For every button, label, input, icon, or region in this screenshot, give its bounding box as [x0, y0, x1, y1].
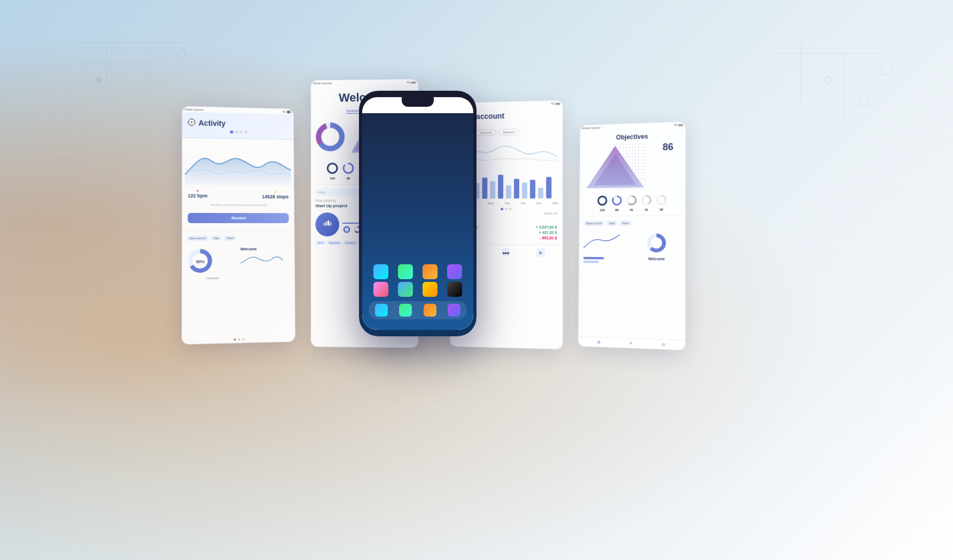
stats-row: ♥ 122 bpm ⚡ 14528 steps	[182, 189, 294, 199]
dock-icon[interactable]	[375, 304, 388, 317]
bottom-icon[interactable]: ≡	[536, 248, 545, 257]
obj-divider	[580, 215, 685, 216]
wave-chart	[182, 142, 294, 186]
obj-bottom-charts: Welcome	[579, 230, 685, 267]
circle-86: 86	[342, 162, 355, 180]
dock-icon[interactable]	[424, 304, 436, 317]
obj-number: 86	[662, 141, 681, 153]
nav-dot	[505, 208, 507, 210]
carrier-text: Mobile Operator	[185, 107, 204, 111]
circle-100: 100	[326, 162, 339, 180]
svg-rect-55	[538, 187, 543, 198]
bottom-icon[interactable]: ●●●	[502, 248, 510, 256]
credit-val: - 651,91 $	[540, 236, 557, 240]
scene: Mobile Operator 4G Activity	[0, 0, 953, 560]
sparklines-area	[583, 232, 630, 265]
search-placeholder: Artist	[318, 191, 324, 194]
app-icon[interactable]	[447, 282, 462, 297]
obj-triangle	[584, 141, 662, 193]
svg-rect-50	[498, 175, 503, 199]
restart-btn-wrapper[interactable]: Restart	[182, 207, 294, 228]
phone-notch	[402, 97, 434, 107]
phones-wrapper: Mobile Operator 4G Activity	[156, 69, 797, 523]
obj-tab-bank[interactable]: Bank account	[583, 220, 604, 226]
svg-rect-53	[522, 182, 527, 198]
obj-circle-61: 61	[626, 194, 637, 211]
phone-screen	[362, 97, 473, 330]
signal-text: 4G	[283, 110, 286, 113]
svg-rect-54	[530, 179, 535, 198]
svg-text:T: T	[346, 228, 348, 231]
app-icon[interactable]	[398, 264, 413, 279]
obj-circle-100: 100	[597, 194, 608, 211]
app-icon[interactable]	[447, 264, 462, 279]
tag-business[interactable]: Business	[327, 240, 342, 244]
app-icon[interactable]	[423, 282, 438, 297]
mini-charts-area: 30% Completed Welcome	[182, 244, 294, 282]
signal-objectives: 4G ▮▮▮	[674, 123, 683, 127]
app-icon[interactable]	[398, 282, 413, 297]
page-dot	[235, 130, 238, 133]
obj-circle-41: 41	[640, 194, 652, 211]
dock-icon[interactable]	[448, 304, 460, 317]
restart-button[interactable]: Restart	[188, 212, 288, 223]
nav-dot	[509, 207, 512, 210]
app-icons-grid	[362, 264, 473, 319]
tag-finance[interactable]: Finance	[343, 240, 357, 244]
page-dot-active	[230, 130, 233, 133]
svg-rect-35	[323, 222, 325, 225]
signal-bank: 4G ▮▮▮	[551, 101, 560, 105]
svg-point-61	[598, 196, 607, 204]
main-phone	[359, 91, 476, 336]
obj-tab-home[interactable]: Home	[619, 220, 631, 226]
obj-circle-86: 86	[611, 194, 623, 211]
divider	[182, 230, 294, 231]
tab-balance[interactable]: Balance	[498, 129, 519, 136]
sparkline-item	[583, 261, 630, 263]
obj-icon2[interactable]: ≡	[630, 341, 632, 345]
obj-tab-data[interactable]: Data	[606, 220, 617, 226]
tab-data[interactable]: Data	[210, 235, 222, 241]
activity-header: Activity	[182, 112, 293, 139]
signal-welcome: 4G ▮▮▮	[407, 80, 416, 83]
obj-icon1[interactable]: ⊕	[597, 340, 600, 344]
carrier-objectives: Mobile Operator	[582, 126, 600, 130]
screen-footer	[182, 337, 295, 342]
page-dot	[239, 130, 243, 133]
sparkline-item	[583, 257, 630, 259]
footer-icon	[234, 338, 236, 340]
objectives-screen: Mobile Operator 4G ▮▮▮ Objectives	[579, 122, 685, 350]
activity-desc: 6:32 Hours of Sleep 57 minutes and 32 se…	[182, 202, 294, 208]
mini-welcome: Welcome	[240, 247, 290, 279]
dock-icon[interactable]	[399, 304, 412, 317]
rocket-circle	[315, 212, 339, 236]
obj-chart-area: 86	[580, 141, 685, 193]
app-icon[interactable]	[373, 264, 388, 279]
svg-rect-37	[327, 220, 329, 225]
svg-rect-48	[482, 177, 488, 199]
welcome-label-obj: Welcome	[632, 257, 681, 261]
tab-home[interactable]: Home	[224, 235, 236, 241]
tab-account[interactable]: Account	[475, 129, 496, 136]
svg-rect-38	[330, 222, 331, 225]
tab-bank[interactable]: Bank account	[186, 235, 208, 241]
total-balance-val: + 3.527,62 $	[536, 225, 557, 229]
svg-rect-36	[325, 221, 327, 225]
svg-rect-52	[514, 178, 519, 198]
app-icon[interactable]	[423, 264, 438, 279]
activity-screen: Mobile Operator 4G Activity	[182, 106, 295, 344]
tag-tech[interactable]: Tech	[315, 240, 325, 244]
svg-rect-56	[546, 177, 551, 198]
bar2	[583, 261, 599, 263]
svg-rect-51	[506, 185, 511, 199]
mini-tabs: Bank account Data Home	[182, 233, 294, 243]
nav-dot	[501, 208, 503, 210]
app-icon[interactable]	[373, 282, 388, 297]
obj-bottom-bar: ⊕ ≡ ◎	[579, 336, 685, 350]
obj-icon3[interactable]: ◎	[662, 342, 666, 347]
obj-circle-28: 28	[655, 194, 667, 211]
footer-icon	[238, 338, 240, 340]
svg-text:30%: 30%	[196, 259, 205, 264]
carrier-welcome: Mobile Operator	[313, 81, 332, 84]
obj-circles-row: 100 86 61	[580, 191, 685, 214]
